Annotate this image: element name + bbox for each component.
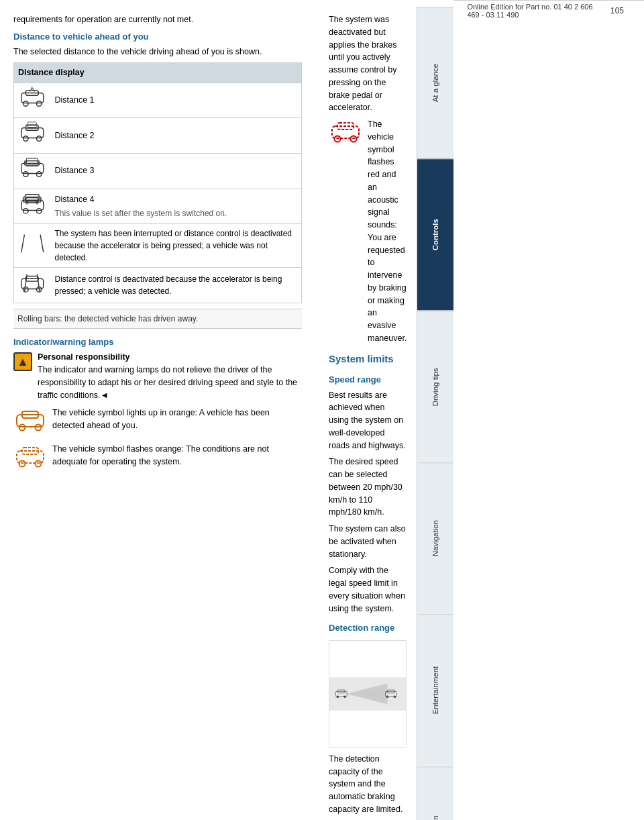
detection-text1: The detection capacity of the system and… <box>329 753 407 816</box>
car-orange-flash-icon <box>13 443 47 474</box>
content-area: requirements for operation are currently… <box>0 0 453 820</box>
deactivated-text: Distance control is deactivated because … <box>51 268 302 303</box>
svg-point-16 <box>36 172 42 177</box>
indicator-text-1: The vehicle symbol lights up in orange: … <box>52 407 302 432</box>
main-layout: requirements for operation are currently… <box>0 0 644 820</box>
table-row: The system has been interrupted or dista… <box>14 224 302 268</box>
warning-personal-responsibility: ▲ Personal responsibility The indicator … <box>13 351 302 401</box>
table-header: Distance display <box>14 63 302 83</box>
right-indicator-row-1: The vehicle symbol flashes red and an ac… <box>329 118 407 345</box>
distance2-icon <box>14 118 51 154</box>
speed-text2: The desired speed can be selected betwee… <box>329 456 407 519</box>
svg-point-57 <box>394 695 396 698</box>
speed-text3: The system can also be activated when st… <box>329 523 407 560</box>
deactivated-icon <box>14 268 51 303</box>
svg-point-56 <box>386 695 389 698</box>
speed-text1: Best results are achieved when using the… <box>329 389 407 452</box>
left-column: requirements for operation are currently… <box>0 7 315 820</box>
section-speed-heading: Speed range <box>329 373 407 387</box>
distance3-icon <box>14 154 51 189</box>
table-row: Distance 3 <box>14 154 302 189</box>
distance4-desc: This value is set after the system is sw… <box>55 207 298 219</box>
table-row: Distance 4 This value is set after the s… <box>14 189 302 224</box>
section-indicator-heading: Indicator/warning lamps <box>13 336 302 349</box>
sidebar-tab-controls[interactable]: Controls <box>417 158 453 310</box>
sidebar-tab-navigation[interactable]: Navigation <box>417 462 453 614</box>
distance4-label: Distance 4 <box>55 193 298 206</box>
svg-point-22 <box>36 208 42 213</box>
detection-range-image <box>329 640 407 748</box>
car-orange-icon <box>13 407 47 438</box>
interrupted-text: The system has been interrupted or dista… <box>51 224 302 268</box>
section-detection-heading: Detection range <box>329 621 407 635</box>
interrupted-icon <box>14 224 51 268</box>
svg-line-28 <box>40 235 44 252</box>
distance1-label: Distance 1 <box>51 83 302 118</box>
svg-point-21 <box>23 208 29 213</box>
right-indicator-text-1: The vehicle symbol flashes red and an ac… <box>368 118 407 345</box>
svg-line-4 <box>30 88 32 92</box>
intro-text: requirements for operation are currently… <box>13 13 302 26</box>
section-limits-heading: System limits <box>329 352 407 367</box>
svg-point-9 <box>23 136 29 142</box>
indicator-text-2: The vehicle symbol flashes orange: The c… <box>52 443 302 468</box>
svg-point-3 <box>36 101 42 106</box>
indicator-row-2: The vehicle symbol flashes orange: The c… <box>13 443 302 474</box>
section-distance-intro: The selected distance to the vehicle dri… <box>13 46 302 58</box>
warning-text: The indicator and warning lamps do not r… <box>38 365 297 400</box>
sidebar-tab-entertainment[interactable]: Entertainment <box>417 614 453 766</box>
table-row: Distance 2 <box>14 118 302 154</box>
distance-table: Distance display <box>13 62 302 303</box>
svg-point-31 <box>23 287 29 293</box>
sidebar: At a glance Controls Driving tips Naviga… <box>417 7 453 820</box>
sidebar-tab-at-a-glance[interactable]: At a glance <box>417 7 453 158</box>
svg-point-2 <box>23 101 29 106</box>
distance3-label: Distance 3 <box>51 154 302 189</box>
sidebar-tab-driving-tips[interactable]: Driving tips <box>417 311 453 462</box>
footer: Online Edition for Part no. 01 40 2 606 … <box>453 0 644 20</box>
distance4-icon <box>14 189 51 224</box>
distance4-cell: Distance 4 This value is set after the s… <box>51 189 302 224</box>
svg-point-52 <box>337 695 339 698</box>
speed-text4: Comply with the legal speed limit in eve… <box>329 564 407 615</box>
warning-triangle-icon: ▲ <box>13 352 32 371</box>
indicator-row-1: The vehicle symbol lights up in orange: … <box>13 407 302 438</box>
page-number: 105 <box>610 6 624 15</box>
svg-point-10 <box>36 136 42 142</box>
table-row: Distance control is deactivated because … <box>14 268 302 303</box>
svg-point-53 <box>343 695 346 698</box>
svg-line-27 <box>21 235 25 252</box>
footnote-rolling-bars: Rolling bars: the detected vehicle has d… <box>13 309 302 329</box>
car-red-flash-icon <box>329 118 362 149</box>
warning-title: Personal responsibility <box>38 352 130 362</box>
footer-text: Online Edition for Part no. 01 40 2 606 … <box>467 3 604 19</box>
svg-line-5 <box>32 88 35 92</box>
right-column: The system was deactivated but applies t… <box>315 7 417 820</box>
svg-point-15 <box>23 172 29 177</box>
sidebar-tab-communication[interactable]: Communication <box>417 766 453 820</box>
distance2-label: Distance 2 <box>51 118 302 154</box>
right-intro: The system was deactivated but applies t… <box>329 13 407 114</box>
table-row: Distance 1 <box>14 83 302 118</box>
section-distance-heading: Distance to vehicle ahead of you <box>13 30 302 44</box>
distance1-icon <box>14 83 51 118</box>
